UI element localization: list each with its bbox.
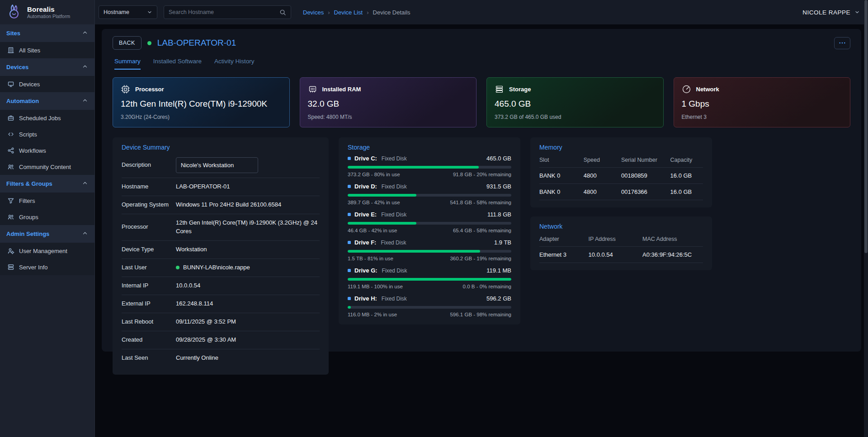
sidebar-item-all-sites[interactable]: All Sites [0,42,94,58]
sidebar-section-automation[interactable]: Automation [0,92,94,110]
summary-row-value: Workstation [176,245,207,254]
detail-columns: Device Summary Description HostnameLAB-O… [113,137,850,375]
drive-used-label: 46.4 GB - 42% in use [348,228,397,233]
summary-row-label: Last User [122,264,176,272]
back-button[interactable]: BACK [113,36,142,50]
drive-drive-h: Drive H:Fixed Disk596.2 GB116.0 MB - 2% … [348,295,511,317]
drive-bullet-icon [348,297,351,300]
sidebar-item-label: Scheduled Jobs [19,115,61,122]
summary-row-processor: Processor12th Gen Intel(R) Core(TM) i9-1… [122,214,320,241]
groups-icon [7,213,14,221]
summary-row-value: 09/11/2025 @ 3:52 PM [176,318,236,326]
scrollbar-thumb[interactable] [864,0,868,253]
table-header-row: SlotSpeedSerial NumberCapacity [539,153,703,168]
user-menu[interactable]: NICOLE RAPPE [802,9,860,16]
content-area: BACK LAB-OPERATOR-01 SummaryInstalled So… [95,24,868,437]
summary-row-value: Windows 11 Pro 24H2 Build 26100.6584 [176,201,281,209]
sidebar-section-admin-settings[interactable]: Admin Settings [0,225,94,243]
column-header-capacity: Capacity [670,153,703,168]
workflow-icon [7,147,14,154]
summary-row-text: Windows 11 Pro 24H2 Build 26100.6584 [176,201,281,209]
search-icon[interactable] [279,9,286,16]
summary-row-label: Device Type [122,246,176,254]
table-cell: Ethernet 3 [539,247,589,263]
summary-row-external-ip: External IP162.248.8.114 [122,295,320,313]
drive-stats: 119.1 MB - 100% in use0.0 B - 0% remaini… [348,284,511,289]
tab-summary[interactable]: Summary [114,58,141,70]
table-cell: 4800 [584,184,621,200]
table-row: BANK 048000018085916.0 GB [539,168,703,184]
drive-type: Fixed Disk [382,296,407,302]
breadcrumb-device-list[interactable]: Device List [334,9,363,16]
column-header-slot: Slot [539,153,584,168]
sidebar-item-workflows[interactable]: Workflows [0,142,94,159]
sidebar-item-user-management[interactable]: User Management [0,243,94,259]
summary-row-label: Created [122,336,176,344]
drive-header: Drive F:Fixed Disk1.9 TB [348,239,511,246]
summary-row-value: Currently Online [176,354,218,362]
sidebar-section-filters-groups[interactable]: Filters & Groups [0,175,94,193]
description-input[interactable] [176,157,258,173]
page-scrollbar[interactable] [864,0,868,437]
drive-usage-bar [348,250,511,253]
summary-row-label: Description [122,161,176,169]
tab-activity-history[interactable]: Activity History [214,58,255,70]
main-area: Hostname Devices›Device List›Device Deta… [95,0,868,437]
summary-row-last-user: Last UserBUNNY-LAB\nicole.rappe [122,259,320,277]
drive-name: Drive E: [354,211,377,218]
summary-row-text: Currently Online [176,354,218,362]
summary-row-label: Operating System [122,201,176,209]
stat-card-value: 12th Gen Intel(R) Core(TM) i9-12900K [121,99,282,109]
stat-card-header: Storage [495,85,656,94]
summary-row-label: Hostname [122,183,176,191]
sidebar-item-scheduled-jobs[interactable]: Scheduled Jobs [0,110,94,126]
sidebar-item-scripts[interactable]: Scripts [0,126,94,142]
breadcrumb-device-details: Device Details [373,9,410,16]
network-title: Network [539,223,703,230]
cpu-icon [121,85,130,94]
summary-row-internal-ip: Internal IP10.0.0.54 [122,277,320,295]
drive-usage-fill [348,194,416,197]
sidebar-item-groups[interactable]: Groups [0,209,94,225]
user-gear-icon [7,247,14,254]
drive-bullet-icon [348,269,351,272]
summary-row-text: 162.248.8.114 [176,300,213,308]
drive-usage-bar [348,306,511,309]
drive-bullet-icon [348,157,351,160]
people-icon [7,163,14,170]
stat-card-value: 1 Gbps [682,99,843,109]
search-input[interactable] [169,9,276,15]
summary-row-label: Processor [122,223,176,231]
panel-header: BACK LAB-OPERATOR-01 [108,36,855,50]
drive-remaining-label: 65.4 GB - 58% remaining [453,228,511,233]
summary-row-value: 12th Gen Intel(R) Core(TM) i9-12900K (3.… [176,219,320,236]
memory-card: Memory SlotSpeedSerial NumberCapacityBAN… [530,137,712,207]
summary-row-text: LAB-OPERATOR-01 [176,183,230,191]
stat-card-value: 32.0 GB [308,99,469,109]
drive-size: 931.5 GB [486,183,511,190]
sidebar-item-community-content[interactable]: Community Content [0,159,94,175]
hostname-filter-select[interactable]: Hostname [99,5,157,19]
stat-card-processor: Processor12th Gen Intel(R) Core(TM) i9-1… [113,77,290,127]
storage-title: Storage [348,144,511,151]
sidebar-section-sites[interactable]: Sites [0,24,94,42]
breadcrumb-devices[interactable]: Devices [303,9,324,16]
stat-card-storage: Storage465.0 GB373.2 GB of 465.0 GB used [486,77,664,127]
sidebar-item-server-info[interactable]: Server Info [0,259,94,275]
sidebar-item-devices[interactable]: Devices [0,76,94,92]
drive-name: Drive H: [354,295,377,302]
summary-row-description: Description [122,153,320,178]
sidebar-section-label: Devices [6,64,28,70]
sidebar-section-devices[interactable]: Devices [0,58,94,76]
sidebar-item-filters[interactable]: Filters [0,193,94,209]
tab-installed-software[interactable]: Installed Software [153,58,202,70]
column-header-ip-address: IP Address [589,232,642,247]
more-actions-button[interactable] [834,37,850,49]
drive-header: Drive G:Fixed Disk119.1 MB [348,267,511,274]
search-box[interactable] [164,5,291,19]
sidebar-item-label: Community Content [19,164,71,170]
drive-usage-fill [348,306,351,309]
borealis-logo-icon [5,4,23,21]
right-column: Memory SlotSpeedSerial NumberCapacityBAN… [530,137,712,270]
sidebar-section-label: Admin Settings [6,230,49,237]
